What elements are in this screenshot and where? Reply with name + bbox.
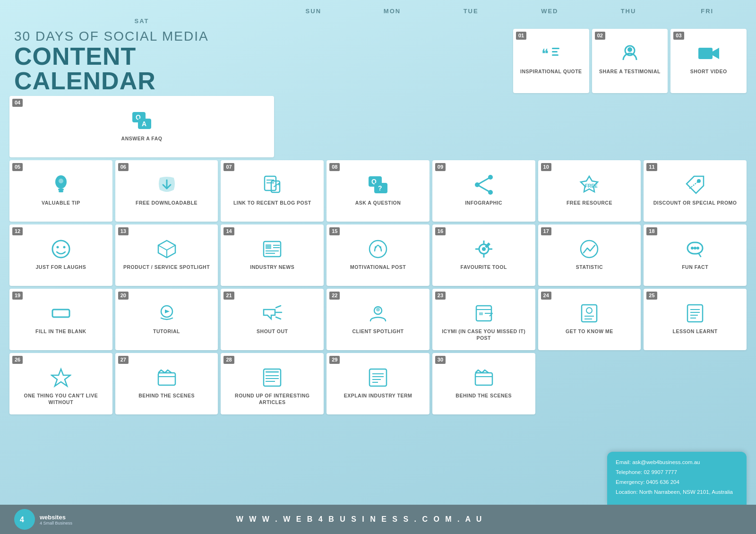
footer-bar: 4 websites 4 Small Business W W W . W E … [0, 505, 756, 534]
cell-14: 14 INDUSTRY NEWS [221, 224, 324, 286]
title-top: 30 DAYS OF SOCIAL MEDIA [14, 29, 265, 44]
cell-02: 02 SHARE A TESTIMONIAL [592, 29, 668, 93]
cell-12: 12 JUST FOR LAUGHS [9, 224, 112, 286]
cell-label-27: BEHIND THE SCENES [138, 393, 195, 399]
cell-label-29: EXPLAIN INDUSTRY TERM [344, 393, 412, 399]
cell-21: 21 SHOUT OUT [221, 289, 324, 350]
svg-line-61 [276, 306, 281, 308]
cell-22: 22 CLIENT SPOTLIGHT [326, 289, 430, 350]
cell-number-04: 04 [12, 99, 23, 107]
day-sun: SUN [274, 7, 353, 17]
cell-number-17: 17 [541, 227, 551, 235]
cell-19: 19 FILL IN THE BLANK [9, 289, 112, 350]
cell-29: 29 EXPLAIN INDUSTRY TERM [326, 353, 430, 414]
contact-emerg: Emergency: 0405 636 204 [616, 478, 738, 486]
tool-icon [473, 239, 494, 262]
day-thu: THU [589, 7, 668, 17]
cell-number-28: 28 [223, 356, 234, 364]
cell-label-11: DISCOUNT OR SPECIAL PROMO [653, 200, 737, 207]
footer-url: W W W . W E B 4 B U S I N E S S . C O M … [72, 515, 647, 524]
day-headers-row: SUN MON TUE WED THU FRI SAT [9, 7, 747, 26]
contact-email: Email: ask@web4business.com.au [616, 458, 738, 466]
day-wed: WED [510, 7, 589, 17]
knowme-icon [579, 303, 600, 327]
cell-label-24: GET TO KNOW ME [566, 328, 613, 335]
cell-label-20: TUTORIAL [153, 328, 180, 335]
svg-rect-13 [58, 189, 64, 190]
cell-number-21: 21 [223, 292, 234, 300]
scenes-icon [156, 367, 177, 391]
svg-point-44 [369, 241, 387, 258]
cell-01: 01 ❝ INSPIRATIONAL QUOTE [513, 29, 589, 93]
svg-text:❝: ❝ [541, 46, 549, 61]
empty-last-1 [538, 353, 641, 414]
svg-marker-7 [713, 48, 719, 59]
cell-number-14: 14 [223, 227, 234, 235]
discount-icon [685, 174, 705, 198]
row3: 12 JUST FOR LAUGHS 13 PRODUCT / SERVICE … [9, 224, 747, 286]
cell-30: 30 BEHIND THE SCENES [432, 353, 535, 414]
cell-number-24: 24 [541, 292, 551, 300]
blog-icon [262, 174, 283, 198]
svg-point-29 [488, 190, 493, 195]
cell-number-10: 10 [541, 163, 551, 171]
fillin-icon [51, 303, 71, 327]
empty-last-2 [644, 353, 747, 414]
empty-cell [434, 29, 510, 93]
cell-18: 18 FUN FACT [644, 224, 747, 286]
row2: 05 VALUABLE TIP 06 FREE DOWNLOADABLE 07 … [9, 160, 747, 222]
cell-label-21: SHOUT OUT [257, 328, 288, 335]
title-block: 30 DAYS OF SOCIAL MEDIA CONTENT CALENDAR [9, 29, 274, 93]
tutorial-icon [156, 303, 177, 327]
row4: 19 FILL IN THE BLANK 20 TUTORIAL 21 SHOU… [9, 289, 747, 350]
cell-number-27: 27 [118, 356, 129, 364]
cell-label-15: MOTIVATIONAL POST [350, 264, 406, 271]
cell-label-07: LINK TO RECENT BLOG POST [233, 200, 311, 207]
cell-label-09: INFOGRAPHIC [465, 200, 502, 207]
video-icon [697, 43, 720, 67]
cell-06: 06 FREE DOWNLOADABLE [115, 160, 218, 222]
cell-label-05: VALUABLE TIP [42, 200, 80, 207]
cell-number-25: 25 [646, 292, 657, 300]
infographic-icon [473, 174, 494, 198]
cell-number-05: 05 [12, 163, 23, 171]
svg-point-71 [586, 308, 592, 313]
scenes2-icon [473, 367, 494, 391]
row5: 26 ONE THING YOU CAN'T LIVE WITHOUT 27 B… [9, 353, 747, 414]
svg-rect-83 [266, 371, 279, 373]
svg-text:4: 4 [20, 516, 24, 524]
cell-label-01: INSPIRATIONAL QUOTE [520, 69, 582, 75]
svg-point-55 [691, 247, 694, 250]
quote-icon: ❝ [541, 43, 561, 67]
cell-label-08: ASK A QUESTION [355, 200, 401, 207]
title-main: CONTENT CALENDAR [14, 44, 265, 93]
cell-17: 17 STATISTIC [538, 224, 641, 286]
cell-number-22: 22 [329, 292, 340, 300]
client-icon [368, 303, 388, 327]
cell-16: 16 FAVOURITE TOOL [432, 224, 535, 286]
svg-marker-79 [52, 369, 70, 386]
cell-03: 03 SHORT VIDEO [670, 29, 747, 93]
svg-rect-80 [158, 373, 175, 385]
svg-point-65 [376, 308, 380, 311]
logo-line1: websites [40, 514, 72, 521]
cell-label-26: ONE THING YOU CAN'T LIVE WITHOUT [12, 393, 110, 405]
cell-number-15: 15 [329, 227, 340, 235]
cell-number-20: 20 [118, 292, 129, 300]
row1: 30 DAYS OF SOCIAL MEDIA CONTENT CALENDAR… [9, 29, 747, 157]
cell-number-09: 09 [435, 163, 446, 171]
svg-point-34 [56, 246, 59, 249]
cell-11: 11 DISCOUNT OR SPECIAL PROMO [644, 160, 747, 222]
cell-number-26: 26 [12, 356, 23, 364]
svg-marker-60 [264, 310, 275, 319]
day-tue: TUE [431, 7, 510, 17]
cell-label-28: ROUND UP OF INTERESTING ARTICLES [223, 393, 321, 405]
footer-logo-area: 4 websites 4 Small Business [14, 509, 72, 530]
svg-text:A: A [142, 120, 146, 128]
cell-label-22: CLIENT SPOTLIGHT [352, 328, 404, 335]
cell-number-16: 16 [435, 227, 446, 235]
cell-10: 10 FREE FREE RESOURCE [538, 160, 641, 222]
day-mon: MON [353, 7, 432, 17]
svg-point-57 [696, 247, 699, 250]
cell-04: 04 QA ANSWER A FAQ [9, 96, 274, 157]
